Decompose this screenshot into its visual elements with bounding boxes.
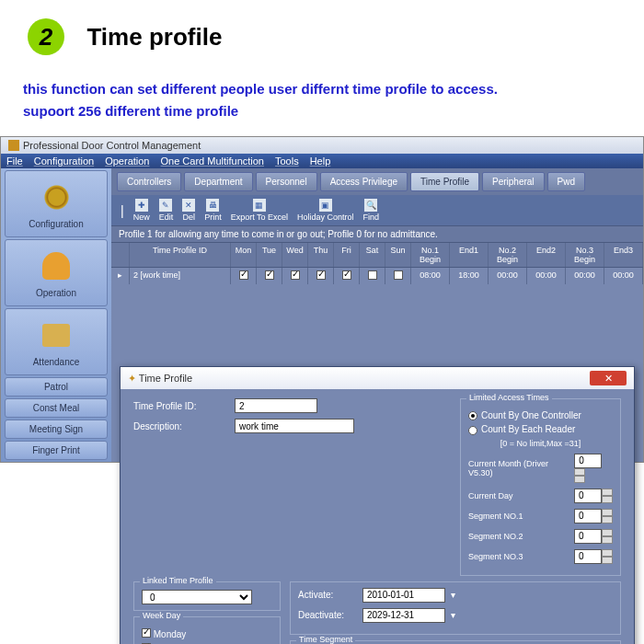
- activate-input[interactable]: [362, 588, 445, 603]
- close-button[interactable]: ✕: [590, 371, 627, 385]
- tab-personnel[interactable]: Personnel: [256, 172, 317, 191]
- limit-input[interactable]: [574, 454, 602, 468]
- tab-row: ControllersDepartmentPersonnelAccess Pri…: [111, 168, 643, 195]
- tool-export-to-excel[interactable]: ▦Export To Excel: [231, 199, 288, 222]
- time-profile-dialog: ✦ Time Profile ✕ Time Profile ID: Descri…: [120, 366, 635, 644]
- radio-each-reader[interactable]: [468, 426, 477, 435]
- tab-time-profile[interactable]: Time Profile: [410, 172, 479, 191]
- dialog-titlebar[interactable]: ✦ Time Profile ✕: [121, 367, 634, 389]
- tab-controllers[interactable]: Controllers: [117, 172, 181, 191]
- tool-holiday-control[interactable]: ▣Holiday Control: [297, 199, 354, 222]
- page-header: 2 Time profile: [0, 0, 644, 64]
- limit-input[interactable]: [574, 509, 602, 523]
- menu-operation[interactable]: Operation: [105, 155, 149, 167]
- sidebar-patrol[interactable]: Patrol: [5, 377, 108, 397]
- step-badge: 2: [28, 18, 64, 55]
- page-description: this function can set different people u…: [0, 64, 644, 132]
- tab-peripheral[interactable]: Peripheral: [482, 172, 545, 191]
- menu-one-card-multifunction[interactable]: One Card Multifunction: [160, 155, 264, 167]
- sidebar-operation[interactable]: Operation: [5, 239, 108, 306]
- toolbar: | ✚New✎Edit✕Del🖶Print▦Export To Excel▣Ho…: [111, 195, 643, 225]
- linked-profile-select[interactable]: 0: [142, 590, 252, 604]
- tab-pwd[interactable]: Pwd: [547, 172, 585, 191]
- sidebar-const-meal[interactable]: Const Meal: [5, 398, 108, 418]
- tool-edit[interactable]: ✎Edit: [159, 199, 174, 222]
- tab-access-privilege[interactable]: Access Privilege: [320, 172, 408, 191]
- table-row[interactable]: ▸ 2 [work time] 08:00 18:00 00:00 00:00 …: [111, 268, 643, 284]
- tool-del[interactable]: ✕Del: [182, 199, 195, 222]
- weekday-monday[interactable]: Monday: [142, 628, 272, 639]
- tab-department[interactable]: Department: [184, 172, 252, 191]
- limit-input[interactable]: [574, 529, 602, 544]
- sidebar: ConfigurationOperationAttendancePatrolCo…: [1, 168, 111, 462]
- menu-configuration[interactable]: Configuration: [34, 155, 94, 167]
- sidebar-attendance[interactable]: Attendance: [5, 308, 108, 375]
- sidebar-configuration[interactable]: Configuration: [5, 170, 108, 237]
- tool-new[interactable]: ✚New: [133, 199, 150, 222]
- limit-input[interactable]: [574, 489, 602, 503]
- tool-find[interactable]: 🔍Find: [363, 199, 380, 222]
- deactivate-input[interactable]: [362, 608, 445, 623]
- limit-input[interactable]: [574, 549, 602, 564]
- app-icon: [8, 140, 19, 151]
- sidebar-meeting-sign[interactable]: Meeting Sign: [5, 420, 108, 439]
- menu-help[interactable]: Help: [310, 155, 331, 167]
- menu-file[interactable]: File: [6, 155, 23, 167]
- info-strip: Profile 1 for allowing any time to come …: [111, 225, 643, 242]
- menu-tools[interactable]: Tools: [275, 155, 299, 167]
- titlebar: Professional Door Control Management: [1, 137, 643, 154]
- tool-print[interactable]: 🖶Print: [204, 199, 222, 222]
- profile-id-input[interactable]: [235, 398, 317, 413]
- sidebar-finger-print[interactable]: Finger Print: [5, 441, 108, 460]
- description-input[interactable]: [235, 419, 354, 433]
- grid-header: Time Profile ID Mon Tue Wed Thu Fri Sat …: [111, 242, 643, 268]
- step-title: Time profile: [86, 23, 222, 52]
- radio-one-controller[interactable]: [468, 411, 477, 420]
- menubar[interactable]: FileConfigurationOperationOne Card Multi…: [1, 154, 643, 168]
